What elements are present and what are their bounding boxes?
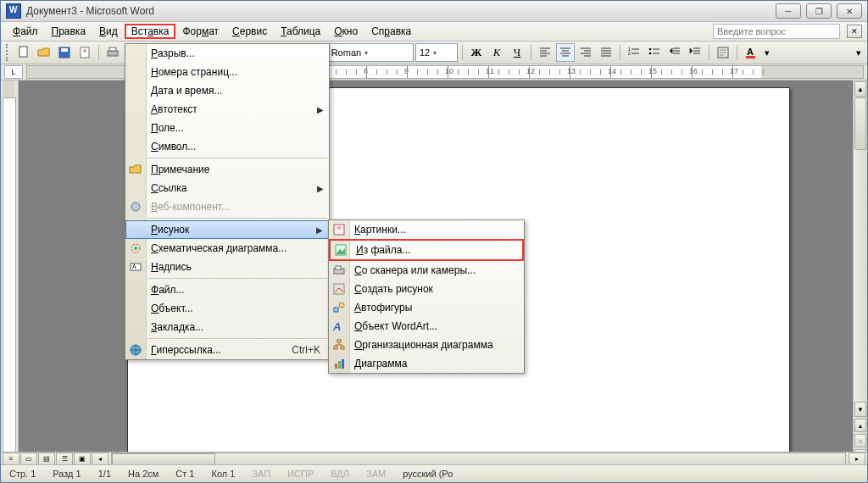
help-search-input[interactable] bbox=[713, 24, 840, 39]
scroll-down-button[interactable]: ▼ bbox=[854, 402, 866, 417]
font-color-button[interactable]: A bbox=[742, 43, 760, 62]
scroll-thumb[interactable] bbox=[854, 97, 866, 150]
prev-page-button[interactable]: ▴ bbox=[854, 419, 866, 432]
menu-insert[interactable]: Вставка bbox=[125, 24, 176, 39]
insert-item-10[interactable]: Схематическая диаграмма... bbox=[125, 239, 329, 258]
status-col: Кол 1 bbox=[203, 469, 243, 479]
status-at: На 2см bbox=[120, 469, 167, 479]
view-buttons-bar: ≡ ▭ ▤ ☰ ▣ ◂ ▸ bbox=[1, 452, 867, 465]
new-doc-button[interactable] bbox=[14, 43, 33, 62]
insert-item-5[interactable]: Символ... bbox=[125, 137, 329, 156]
insert-item-12[interactable]: Файл... bbox=[125, 280, 329, 299]
picture-submenu: Картинки...Из файла...Со сканера или кам… bbox=[328, 219, 525, 374]
title-bar: Документ3 - Microsoft Word ─ ❐ ✕ bbox=[1, 1, 867, 22]
font-size-select[interactable]: 12▾ bbox=[415, 43, 458, 62]
align-center-button[interactable] bbox=[556, 43, 575, 62]
insert-item-11[interactable]: НадписьA bbox=[125, 258, 329, 276]
insert-item-14[interactable]: Закладка... bbox=[125, 318, 329, 336]
menu-format[interactable]: Формат bbox=[175, 24, 225, 39]
picture-item-4[interactable]: Автофигуры bbox=[329, 298, 524, 317]
svg-rect-6 bbox=[109, 47, 116, 51]
menu-window[interactable]: Окно bbox=[327, 24, 364, 39]
vertical-ruler[interactable] bbox=[1, 80, 19, 464]
svg-point-34 bbox=[339, 303, 344, 308]
toolbar-overflow[interactable]: ▾ bbox=[854, 43, 864, 62]
insert-item-13[interactable]: Объект... bbox=[125, 299, 329, 318]
numbered-list-button[interactable]: 12 bbox=[625, 43, 643, 62]
maximize-button[interactable]: ❐ bbox=[806, 3, 832, 19]
status-bar: Стр. 1 Разд 1 1/1 На 2см Ст 1 Кол 1 ЗАП … bbox=[1, 464, 867, 482]
insert-item-15[interactable]: Гиперссылка...Ctrl+K bbox=[125, 341, 329, 359]
status-ovr[interactable]: ЗАМ bbox=[358, 469, 394, 479]
status-language[interactable]: русский (Ро bbox=[394, 469, 461, 479]
insert-item-2[interactable]: Дата и время... bbox=[125, 81, 329, 100]
insert-item-1[interactable]: Номера страниц... bbox=[125, 63, 329, 81]
scroll-track[interactable] bbox=[854, 97, 867, 401]
insert-item-4[interactable]: Поле... bbox=[125, 119, 329, 137]
svg-rect-40 bbox=[338, 361, 341, 369]
align-left-button[interactable] bbox=[536, 43, 554, 62]
menu-bar: Файл Правка Вид Вставка Формат Сервис Та… bbox=[1, 22, 867, 42]
status-rec[interactable]: ЗАП bbox=[243, 469, 279, 479]
align-right-button[interactable] bbox=[576, 43, 595, 62]
tab-selector[interactable]: L bbox=[4, 65, 23, 79]
hscroll-thumb[interactable] bbox=[112, 453, 215, 465]
decrease-indent-button[interactable] bbox=[665, 43, 684, 62]
insert-item-3[interactable]: Автотекст▶ bbox=[125, 100, 329, 119]
print-button[interactable] bbox=[103, 43, 122, 62]
save-button[interactable] bbox=[55, 43, 74, 62]
open-button[interactable] bbox=[35, 43, 53, 62]
picture-item-6[interactable]: Организационная диаграмма bbox=[329, 336, 524, 354]
picture-item-7[interactable]: Диаграмма bbox=[329, 354, 524, 373]
insert-item-7[interactable]: Ссылка▶ bbox=[125, 179, 329, 197]
picture-item-0[interactable]: Картинки... bbox=[329, 220, 524, 239]
insert-item-9[interactable]: Рисунок▶ bbox=[125, 220, 329, 239]
italic-button[interactable]: К bbox=[487, 43, 506, 62]
window-title: Документ3 - Microsoft Word bbox=[26, 5, 776, 17]
minimize-button[interactable]: ─ bbox=[776, 3, 801, 19]
status-ext[interactable]: ВДЛ bbox=[322, 469, 358, 479]
menu-file[interactable]: Файл bbox=[6, 24, 45, 39]
svg-rect-5 bbox=[108, 51, 118, 56]
increase-indent-button[interactable] bbox=[686, 43, 704, 62]
insert-menu-dropdown: Разрыв...Номера страниц...Дата и время..… bbox=[125, 43, 330, 360]
workspace: ▲ ▼ ▴ ○ ▾ Разрыв...Номера страниц...Дата… bbox=[1, 80, 867, 464]
svg-rect-36 bbox=[337, 340, 341, 342]
svg-point-15 bbox=[649, 48, 652, 51]
picture-item-2[interactable]: Со сканера или камеры... bbox=[329, 261, 524, 280]
doc-close-button[interactable]: ✕ bbox=[847, 25, 862, 38]
align-justify-button[interactable] bbox=[597, 43, 615, 62]
svg-text:A: A bbox=[132, 264, 136, 269]
bold-button[interactable]: Ж bbox=[467, 43, 486, 62]
font-color-dropdown[interactable]: ▾ bbox=[762, 43, 772, 62]
picture-item-3[interactable]: Создать рисунок bbox=[329, 280, 524, 298]
menu-view[interactable]: Вид bbox=[92, 24, 125, 39]
menu-help[interactable]: Справка bbox=[364, 24, 418, 39]
svg-point-22 bbox=[134, 247, 137, 250]
underline-button[interactable]: Ч bbox=[508, 43, 526, 62]
status-trk[interactable]: ИСПР bbox=[279, 469, 322, 479]
svg-rect-31 bbox=[336, 266, 341, 269]
picture-item-5[interactable]: Объект WordArt...A bbox=[329, 317, 524, 336]
svg-rect-0 bbox=[19, 47, 27, 57]
submenu-arrow-icon: ▶ bbox=[316, 225, 323, 235]
scroll-up-button[interactable]: ▲ bbox=[854, 81, 866, 97]
svg-text:A: A bbox=[747, 47, 754, 57]
picture-item-1[interactable]: Из файла... bbox=[329, 239, 524, 261]
menu-tools[interactable]: Сервис bbox=[225, 24, 274, 39]
svg-text:A: A bbox=[332, 320, 341, 333]
clipart-icon bbox=[332, 223, 346, 236]
bulleted-list-button[interactable] bbox=[645, 43, 664, 62]
window-buttons: ─ ❐ ✕ bbox=[776, 3, 862, 19]
vertical-scrollbar[interactable]: ▲ ▼ ▴ ○ ▾ bbox=[853, 80, 867, 464]
toolbar-handle[interactable] bbox=[6, 44, 11, 61]
browse-object-button[interactable]: ○ bbox=[854, 434, 866, 447]
menu-table[interactable]: Таблица bbox=[274, 24, 327, 39]
toggle-marks-button[interactable] bbox=[714, 43, 732, 62]
permissions-button[interactable] bbox=[75, 43, 94, 62]
wordart-icon: A bbox=[332, 319, 346, 333]
insert-item-6[interactable]: Примечание bbox=[125, 160, 329, 179]
close-button[interactable]: ✕ bbox=[837, 3, 862, 19]
menu-edit[interactable]: Правка bbox=[45, 24, 93, 39]
insert-item-0[interactable]: Разрыв... bbox=[125, 44, 329, 63]
